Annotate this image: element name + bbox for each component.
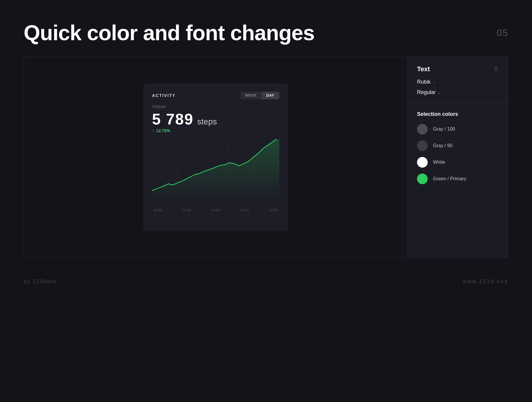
time-label-1200: 12:00	[182, 208, 191, 212]
footer: by 123done www.123d.one	[0, 270, 532, 294]
week-toggle-btn[interactable]: WEEK	[240, 92, 262, 99]
text-section-header: Text ⠿	[417, 65, 499, 73]
font-family-dropdown[interactable]: Rubik ⌄	[417, 79, 499, 85]
footer-url: www.123d.one	[463, 278, 508, 285]
steps-row: 5 789 steps	[152, 110, 279, 128]
color-swatch-gray90	[417, 140, 428, 151]
page-title: Quick color and font changes	[24, 21, 314, 45]
color-label-green: Green / Primary	[433, 176, 466, 181]
color-swatch-white	[417, 157, 428, 168]
time-label-1000: 10:00	[153, 208, 162, 212]
colors-section-title: Selection colors	[417, 111, 499, 117]
steps-unit: steps	[197, 117, 217, 126]
activity-chart	[152, 138, 279, 206]
page-header: Quick color and font changes 05	[0, 0, 532, 57]
left-panel: ACTIVITY WEEK DAY TODAY 5 789 steps ↑ 12…	[24, 57, 408, 257]
color-item-green[interactable]: Green / Primary	[417, 174, 499, 184]
color-swatch-gray100	[417, 124, 428, 134]
time-label-1600: 16:00	[240, 208, 249, 212]
color-label-gray100: Gray / 100	[433, 127, 455, 132]
font-weight-chevron-icon: ⌄	[438, 90, 441, 95]
time-labels: 10:00 12:00 14:00 16:00 18:00	[152, 208, 279, 212]
font-family-chevron-icon: ⌄	[433, 80, 436, 84]
right-panel: Text ⠿ Rubik ⌄ Regular ⌄ Selection color…	[408, 57, 508, 257]
percentage-row: ↑ 12.75%	[152, 128, 279, 133]
color-item-gray100[interactable]: Gray / 100	[417, 124, 499, 134]
font-weight-value: Regular	[417, 89, 436, 95]
trend-arrow-icon: ↑	[152, 128, 155, 133]
color-item-gray90[interactable]: Gray / 90	[417, 140, 499, 151]
activity-label: ACTIVITY	[152, 93, 176, 98]
color-label-white: White	[433, 160, 445, 165]
footer-byline: by 123done	[24, 278, 57, 285]
activity-card: ACTIVITY WEEK DAY TODAY 5 789 steps ↑ 12…	[143, 83, 288, 231]
percentage-text: 12.75%	[156, 128, 170, 133]
day-toggle-btn[interactable]: DAY	[262, 92, 279, 99]
time-label-1400: 14:00	[211, 208, 220, 212]
chart-area	[152, 138, 279, 206]
text-section-title: Text	[417, 65, 430, 73]
text-section: Text ⠿ Rubik ⌄ Regular ⌄	[408, 57, 508, 103]
drag-dots-icon: ⠿	[494, 66, 499, 72]
time-label-1800: 18:00	[269, 208, 278, 212]
color-swatch-green	[417, 174, 428, 184]
week-day-toggle: WEEK DAY	[240, 92, 279, 99]
today-label: TODAY	[152, 105, 279, 109]
color-label-gray90: Gray / 90	[433, 143, 452, 148]
page-number: 05	[497, 27, 508, 38]
font-weight-dropdown[interactable]: Regular ⌄	[417, 89, 499, 95]
color-item-white[interactable]: White	[417, 157, 499, 168]
colors-section: Selection colors Gray / 100 Gray / 90 Wh…	[408, 103, 508, 257]
activity-header: ACTIVITY WEEK DAY	[152, 92, 279, 99]
font-family-value: Rubik	[417, 79, 431, 85]
main-container: ACTIVITY WEEK DAY TODAY 5 789 steps ↑ 12…	[24, 57, 508, 258]
steps-count: 5 789	[152, 111, 194, 128]
